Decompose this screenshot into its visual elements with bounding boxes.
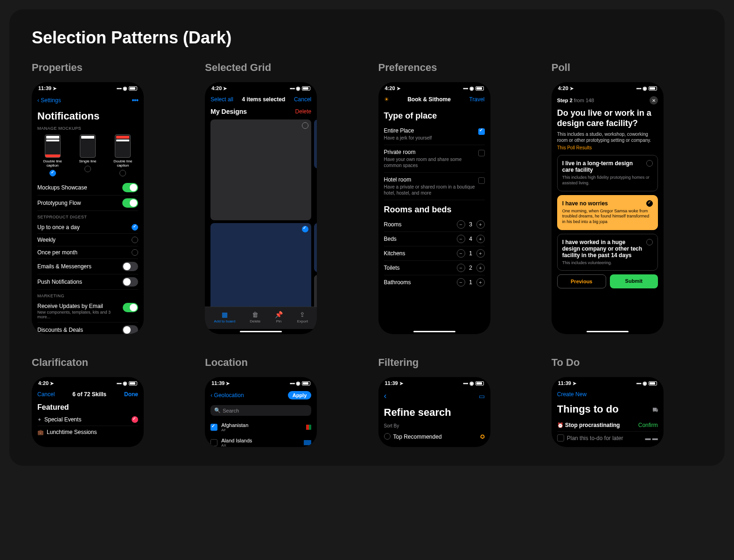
poll-option[interactable]: I have worked in a huge design company o… <box>557 234 658 271</box>
screen-title: Things to do <box>557 403 619 415</box>
layout-option[interactable]: Double line caption <box>39 134 67 176</box>
poll-option[interactable]: I live in a long-term design care facili… <box>557 155 658 191</box>
back-button[interactable]: ‹ Settings <box>37 97 61 104</box>
plus-icon[interactable]: + <box>476 220 485 229</box>
stepper[interactable]: −4+ <box>457 235 485 243</box>
export-button[interactable]: ⇪Export <box>297 311 308 323</box>
cancel-button[interactable]: Cancel <box>37 391 55 398</box>
close-button[interactable]: ✕ <box>650 96 658 105</box>
truck-icon[interactable]: ⛟ <box>652 407 658 413</box>
minus-icon[interactable]: − <box>457 249 465 258</box>
layout-option[interactable]: Single line <box>74 134 102 176</box>
minus-icon[interactable]: − <box>457 235 465 243</box>
add-to-board-button[interactable]: ▦Add to board <box>214 311 236 323</box>
delete-button[interactable]: 🗑Delete <box>250 311 260 323</box>
pref-item[interactable]: Private roomHave your own room and share… <box>384 145 485 173</box>
confirm-button[interactable]: Confirm <box>638 422 658 428</box>
search-input[interactable]: 🔍Search <box>210 405 311 416</box>
alarm-icon: ⏰ <box>557 422 564 428</box>
check-icon <box>302 226 308 232</box>
stepper[interactable]: −3+ <box>457 220 485 229</box>
section-title: Poll <box>552 62 702 74</box>
poll-desc: This includes a studio, workshop, cowork… <box>557 131 658 143</box>
flag-icon <box>304 440 311 445</box>
minus-icon[interactable]: − <box>457 264 465 272</box>
radio-icon <box>132 249 138 256</box>
toggle[interactable] <box>122 183 138 192</box>
tile[interactable] <box>210 223 311 307</box>
plus-icon[interactable]: + <box>476 249 485 258</box>
screen-title: Refine search <box>384 406 485 419</box>
phone-clarification: 4:20 ➤ ▪▪▪▪◉ Cancel 6 of 72 Skills Done … <box>32 377 144 447</box>
back-button[interactable]: ‹ Geolocation <box>210 392 244 399</box>
radio-icon <box>646 200 653 207</box>
section-label: SETPRODUCT DIGEST <box>37 215 138 219</box>
tile[interactable] <box>314 275 317 307</box>
travel-button[interactable]: Travel <box>469 96 485 103</box>
stepper[interactable]: −1+ <box>457 249 485 258</box>
section-title: Preferences <box>378 62 529 74</box>
stepper[interactable]: −1+ <box>457 278 485 287</box>
radio-icon <box>132 224 138 231</box>
radio-icon <box>132 237 138 243</box>
trash-icon: 🗑 <box>252 311 259 318</box>
todo-item[interactable]: Plan this to-do for later▬ ▬ <box>557 432 658 444</box>
back-icon[interactable]: ‹ <box>384 391 387 401</box>
radio-icon <box>646 239 653 245</box>
more-icon[interactable]: ••• <box>132 96 138 105</box>
phone-preferences: 4:20 ➤ ▪▪▪▪◉ ☀ Book & Sithome Travel Typ… <box>378 82 490 334</box>
plus-icon[interactable]: + <box>476 264 485 272</box>
section-title: Properties <box>32 62 182 74</box>
submit-button[interactable]: Submit <box>610 274 658 288</box>
layout-option[interactable]: Double line caption <box>109 134 137 176</box>
stepper[interactable]: −2+ <box>457 264 485 272</box>
location-item[interactable]: AfghanistanAF <box>210 420 311 435</box>
plus-icon[interactable]: + <box>476 278 485 287</box>
toggle[interactable] <box>122 277 138 287</box>
todo-item[interactable]: ⏰ Stop procrastinatingConfirm <box>557 419 658 432</box>
sunrise-icon[interactable]: ☀ <box>384 96 389 103</box>
radio-icon[interactable] <box>49 170 56 176</box>
section-todo: To Do 11:39 ➤ ▪▪▪▪◉ Create New Things to… <box>552 357 702 447</box>
poll-results-link[interactable]: This Poll Results <box>557 145 658 150</box>
section-poll: Poll 4:20 ➤ ▪▪▪▪◉ Step 2 from 148 ✕ Do y… <box>552 62 702 334</box>
pin-button[interactable]: 📌Pin <box>275 311 283 323</box>
radio-row[interactable]: Once per month <box>37 246 138 259</box>
previous-button[interactable]: Previous <box>557 274 606 288</box>
radio-row[interactable]: Up to once a day <box>37 221 138 234</box>
minus-icon[interactable]: − <box>457 220 465 229</box>
radio-icon <box>384 433 391 440</box>
radio-icon[interactable] <box>84 166 91 172</box>
cancel-button[interactable]: Cancel <box>294 96 311 103</box>
poll-option[interactable]: I have no worriesOne morning, when Grego… <box>557 195 658 230</box>
toggle[interactable] <box>122 198 138 208</box>
apply-button[interactable]: Apply <box>288 391 312 399</box>
radio-icon[interactable] <box>119 170 126 176</box>
delete-button[interactable]: Delete <box>295 108 312 115</box>
tile[interactable] <box>314 223 317 272</box>
list-item[interactable]: 💼Lunchtime Sessions <box>37 426 138 438</box>
list-item[interactable]: ✦Special Events <box>37 413 138 426</box>
tile[interactable] <box>314 119 317 168</box>
minus-icon[interactable]: − <box>457 278 465 287</box>
bookmark-icon[interactable]: ▭ <box>479 392 485 400</box>
star-icon: ✦ <box>37 417 42 422</box>
sort-option[interactable]: Top Recommended✪ <box>384 430 485 443</box>
skill-count: 6 of 72 Skills <box>72 391 106 398</box>
pref-item[interactable]: Entire PlaceHave a jerk for yourself <box>384 124 485 145</box>
done-button[interactable]: Done <box>124 391 138 398</box>
select-all-button[interactable]: Select all <box>210 96 233 103</box>
tile[interactable] <box>210 119 311 220</box>
toggle[interactable] <box>122 325 138 334</box>
checkbox-icon <box>478 150 485 156</box>
create-new-button[interactable]: Create New <box>557 391 587 398</box>
plus-icon[interactable]: + <box>476 235 485 243</box>
pin-icon: 📌 <box>275 311 283 318</box>
nav-title: Book & Sithome <box>407 96 451 103</box>
radio-row[interactable]: Weekly <box>37 234 138 246</box>
toggle[interactable] <box>122 262 138 271</box>
home-indicator <box>587 331 629 332</box>
toggle[interactable] <box>123 303 138 312</box>
pref-item[interactable]: Hotel roomHave a private or shared room … <box>384 173 485 200</box>
location-item[interactable]: Aland IslandsAX <box>210 435 311 447</box>
